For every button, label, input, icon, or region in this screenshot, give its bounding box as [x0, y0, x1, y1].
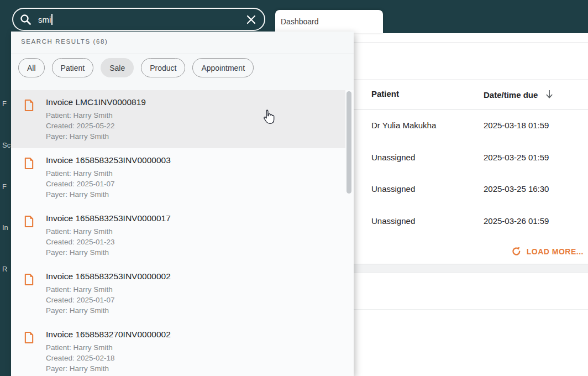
sidebar-item[interactable]: Sc [2, 141, 11, 149]
due-table: Dr Yulia Makukha 2025-03-18 01:59 Unassi… [354, 109, 588, 237]
invoice-payer: Payer: Harry Smith [46, 305, 345, 316]
tab-dashboard-label: Dashboard [281, 17, 319, 26]
column-header-due[interactable]: Date/time due [484, 89, 553, 101]
due-cell: 2025-03-18 01:59 [484, 121, 588, 130]
search-results-header: SEARCH RESULTS (68) [21, 38, 108, 45]
panel-scrollbar[interactable] [347, 91, 351, 194]
due-cell: 2025-03-25 01:59 [484, 153, 588, 162]
search-input[interactable]: smi [12, 8, 265, 31]
invoice-created: Created: 2025-01-07 [46, 295, 345, 305]
invoice-document-icon [24, 331, 34, 346]
invoice-payer: Payer: Harry Smith [46, 131, 345, 142]
invoice-payer: Payer: Harry Smith [46, 363, 345, 374]
column-header-patient[interactable]: Patient [371, 89, 399, 98]
filter-product[interactable]: Product [141, 58, 185, 77]
filter-all[interactable]: All [18, 58, 45, 77]
clear-icon[interactable] [246, 14, 256, 25]
invoice-created: Created: 2025-02-18 [46, 353, 345, 363]
invoice-payer: Payer: Harry Smith [46, 189, 345, 200]
column-header-due-label: Date/time due [484, 90, 538, 100]
tab-dashboard[interactable]: Dashboard [275, 10, 383, 33]
patient-cell: Unassigned [371, 216, 484, 226]
invoice-patient: Patient: Harry Smith [46, 342, 345, 353]
invoice-title: Invoice 1658583253INV0000003 [46, 155, 345, 165]
search-result-invoice[interactable]: Invoice 1658583270INV0000002 Patient: Ha… [11, 322, 345, 376]
invoice-payer: Payer: Harry Smith [46, 247, 345, 258]
sidebar-nav: F Sc F In R [0, 33, 11, 376]
invoice-patient: Patient: Harry Smith [46, 110, 345, 121]
table-row[interactable]: Unassigned 2025-03-25 16:30 [354, 173, 588, 205]
invoice-created: Created: 2025-05-22 [46, 121, 345, 131]
invoice-title: Invoice 1658583253INV0000017 [46, 213, 345, 223]
patient-cell: Unassigned [371, 184, 484, 194]
due-cell: 2025-03-25 16:30 [484, 184, 588, 194]
patient-cell: Unassigned [371, 153, 484, 162]
search-result-invoice[interactable]: Invoice LMC1INV0000819 Patient: Harry Sm… [11, 90, 345, 148]
text-caret [51, 14, 53, 25]
load-more-label: LOAD MORE... [527, 247, 584, 256]
invoice-document-icon [24, 273, 34, 288]
sidebar-item[interactable]: F [2, 100, 7, 108]
invoice-title: Invoice 1658583270INV0000002 [46, 330, 345, 340]
search-icon [20, 14, 32, 25]
search-results-panel: SEARCH RESULTS (68) All Patient Sale Pro… [11, 32, 354, 376]
filter-appointment[interactable]: Appointment [192, 58, 254, 77]
table-row[interactable]: Dr Yulia Makukha 2025-03-18 01:59 [354, 109, 588, 142]
invoice-document-icon [24, 215, 34, 230]
sort-desc-icon[interactable] [545, 90, 553, 101]
search-result-invoice[interactable]: Invoice 1658583253INV0000003 Patient: Ha… [11, 148, 345, 206]
patient-cell: Dr Yulia Makukha [371, 121, 484, 130]
panel-divider [11, 54, 354, 54]
filter-sale[interactable]: Sale [101, 58, 134, 77]
invoice-document-icon [24, 99, 34, 114]
invoice-patient: Patient: Harry Smith [46, 284, 345, 295]
due-cell: 2025-03-26 01:59 [484, 216, 588, 226]
invoice-document-icon [24, 157, 34, 172]
invoice-title: Invoice 1658583253INV0000002 [46, 271, 345, 281]
filter-chips: All Patient Sale Product Appointment [18, 58, 254, 77]
sidebar-item[interactable]: R [2, 265, 7, 273]
invoice-title: Invoice LMC1INV0000819 [46, 97, 345, 107]
refresh-icon [512, 247, 521, 256]
invoice-created: Created: 2025-01-07 [46, 179, 345, 189]
search-value: smi [38, 15, 51, 24]
load-more-button[interactable]: LOAD MORE... [512, 247, 584, 256]
sidebar-item[interactable]: F [2, 182, 7, 191]
invoice-created: Created: 2025-01-23 [46, 237, 345, 247]
search-result-invoice[interactable]: Invoice 1658583253INV0000002 Patient: Ha… [11, 264, 345, 322]
table-row[interactable]: Unassigned 2025-03-25 01:59 [354, 142, 588, 174]
filter-patient[interactable]: Patient [52, 58, 94, 77]
table-row[interactable]: Unassigned 2025-03-26 01:59 [354, 205, 588, 237]
search-result-invoice[interactable]: Invoice 1658583253INV0000017 Patient: Ha… [11, 206, 345, 264]
sidebar-item[interactable]: In [2, 223, 8, 232]
result-list: Invoice LMC1INV0000819 Patient: Harry Sm… [11, 90, 354, 376]
invoice-patient: Patient: Harry Smith [46, 168, 345, 179]
invoice-patient: Patient: Harry Smith [46, 226, 345, 237]
